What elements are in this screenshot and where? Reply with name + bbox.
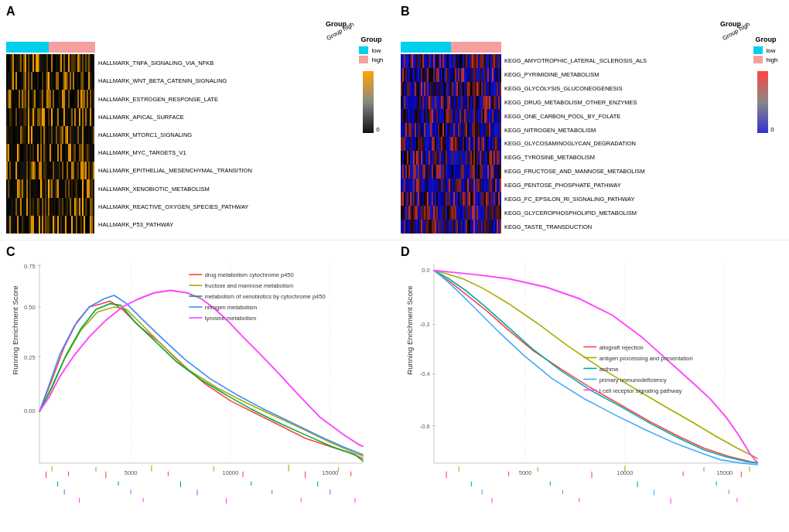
heatmap-row-label: KEGG_PENTOSE_PHOSPHATE_PATHWAY: [501, 179, 621, 193]
color-bar-high-b: [451, 42, 501, 53]
panel-b: B Group Group high KEGG_AMYOTROPHIC_LATE…: [394, 0, 789, 240]
gsea-svg-c: Running Enrichment Score 0.75 0.50 0.25 …: [6, 247, 388, 513]
heatmap-rows-b: KEGG_AMYOTROPHIC_LATERAL_SCLEROSIS_ALSKE…: [401, 54, 743, 234]
svg-text:5000: 5000: [125, 469, 138, 476]
heatmap-row-label: KEGG_TYROSINE_METABOLISM: [501, 151, 595, 165]
heatmap-row: KEGG_GLYCOLYSIS_GLUCONEOGENESIS: [401, 82, 743, 96]
heatmap-strips: [6, 144, 95, 162]
svg-text:0.0: 0.0: [422, 267, 429, 274]
svg-text:0.25: 0.25: [24, 354, 36, 361]
svg-text:Running Enrichment Score: Running Enrichment Score: [405, 285, 414, 374]
svg-text:0.50: 0.50: [24, 304, 36, 311]
heatmap-row-label: HALLMARK_ESTROGEN_RESPONSE_LATE: [95, 90, 218, 107]
heatmap-strip: [93, 72, 94, 90]
color-bar-b: [401, 42, 501, 53]
heatmap-strip: [93, 108, 94, 126]
low-swatch-b: [753, 46, 763, 54]
high-swatch-a: [359, 56, 368, 63]
heatmap-row: KEGG_AMYOTROPHIC_LATERAL_SCLEROSIS_ALS: [401, 54, 743, 68]
heatmap-strips: [6, 198, 95, 216]
heatmap-strips: [401, 82, 501, 96]
heatmap-row: KEGG_TASTE_TRANSDUCTION: [401, 220, 743, 234]
heatmap-strip: [93, 144, 94, 162]
heatmap-strips: [6, 90, 95, 107]
heatmap-row-label: HALLMARK_APICAL_SURFACE: [95, 108, 184, 126]
heatmap-row-label: HALLMARK_TNFA_SIGNALING_VIA_NFKB: [95, 54, 213, 72]
svg-text:-0.2: -0.2: [420, 321, 430, 328]
heatmap-row: KEGG_PYRIMIDINE_METABOLISM: [401, 68, 743, 82]
group-item-high-b: high: [753, 56, 777, 63]
heatmap-row: HALLMARK_TNFA_SIGNALING_VIA_NFKB: [6, 54, 348, 72]
heatmap-row: KEGG_FC_EPSILON_RI_SIGNALING_PATHWAY: [401, 192, 743, 206]
heatmap-strip: [93, 198, 94, 216]
heatmap-strips: [401, 179, 501, 193]
heatmap-strips: [401, 68, 501, 82]
heatmap-row: HALLMARK_MTORC1_SIGNALING: [6, 126, 348, 144]
svg-text:tyrosine metabolism: tyrosine metabolism: [205, 315, 257, 322]
color-bar-low-a: [6, 42, 49, 53]
high-label-b: high: [766, 56, 777, 63]
heatmap-strips: [6, 108, 95, 126]
heatmap-row-label: KEGG_AMYOTROPHIC_LATERAL_SCLEROSIS_ALS: [501, 54, 647, 68]
heatmap-strips: [401, 192, 501, 206]
heatmap-strips: [401, 220, 501, 234]
heatmap-rows-a: HALLMARK_TNFA_SIGNALING_VIA_NFKBHALLMARK…: [6, 54, 348, 234]
color-bar-high-a: [49, 42, 95, 53]
heatmap-row: KEGG_FRUCTOSE_AND_MANNOSE_METABOLISM: [401, 165, 743, 179]
svg-text:5000: 5000: [519, 469, 532, 476]
group-item-high-a: high: [359, 56, 383, 63]
heatmap-row: KEGG_PENTOSE_PHOSPHATE_PATHWAY: [401, 179, 743, 193]
heatmap-section-b: Group Group high KEGG_AMYOTROPHIC_LATERA…: [401, 20, 789, 234]
group-legend-b: low high: [753, 46, 777, 65]
heatmap-strips: [401, 165, 501, 179]
svg-text:asthma: asthma: [599, 366, 619, 373]
svg-text:nitrogen metabolism: nitrogen metabolism: [205, 304, 258, 311]
heatmap-row-label: KEGG_FRUCTOSE_AND_MANNOSE_METABOLISM: [501, 165, 645, 179]
svg-text:metabolism of xenobiotics by c: metabolism of xenobiotics by cytochrome …: [205, 293, 326, 300]
heatmap-section-a: Group Group high HALLMARK_TNFA_SIGNALING…: [6, 20, 394, 234]
scale-gradient-a: [363, 71, 374, 133]
heatmap-row-label: KEGG_DRUG_METABOLISM_OTHER_ENZYMES: [501, 96, 637, 110]
heatmap-row: HALLMARK_WNT_BETA_CATENIN_SIGNALING: [6, 72, 348, 90]
svg-text:15000: 15000: [322, 469, 338, 476]
panel-d: D Running Enrichment Score 0.0 -0.2 -0.4…: [394, 240, 789, 532]
svg-text:0.00: 0.00: [24, 408, 36, 414]
heatmap-row: HALLMARK_APICAL_SURFACE: [6, 108, 348, 126]
heatmap-row-label: KEGG_GLYCOLYSIS_GLUCONEOGENESIS: [501, 82, 623, 96]
heatmap-strip: [93, 54, 94, 72]
color-bar-a: [6, 42, 95, 53]
heatmap-strips: [6, 54, 95, 72]
heatmap-row-label: KEGG_FC_EPSILON_RI_SIGNALING_PATHWAY: [501, 192, 635, 206]
heatmap-row: HALLMARK_XENOBIOTIC_METABOLISM: [6, 179, 348, 197]
heatmap-row: HALLMARK_REACTIVE_OXYGEN_SPECIES_PATHWAY: [6, 198, 348, 216]
main-container: A Group Group high HALLMARK_TNFA_SIGNALI…: [0, 0, 789, 532]
heatmap-strips: [401, 137, 501, 151]
heatmap-strips: [6, 179, 95, 197]
panel-c: C Running Enrichment Score 0.75 0.50 0.2…: [0, 240, 394, 532]
heatmap-row-label: KEGG_ONE_CARBON_POOL_BY_FOLATE: [501, 109, 620, 123]
scale-zero-b: 0: [770, 126, 774, 133]
heatmap-strips: [401, 123, 501, 137]
scale-gradient-b: [757, 71, 768, 133]
heatmap-strips: [401, 206, 501, 220]
high-swatch-b: [753, 56, 763, 63]
scale-zero-a: 0: [376, 126, 379, 133]
color-scale-b: 0: [757, 71, 774, 133]
heatmap-row-label: HALLMARK_WNT_BETA_CATENIN_SIGNALING: [95, 72, 227, 90]
svg-text:10000: 10000: [223, 469, 239, 476]
heatmap-row: KEGG_GLYCEROPHOSPHOLIPID_METABOLISM: [401, 206, 743, 220]
heatmap-strips: [6, 162, 95, 179]
heatmap-strips: [6, 126, 95, 144]
heatmap-strips: [401, 151, 501, 165]
scale-labels-b: 0: [768, 71, 774, 133]
panel-b-label: B: [401, 5, 410, 19]
group-item-low-b: low: [753, 46, 777, 54]
heatmap-row: KEGG_GLYCOSAMINOGLYCAN_DEGRADATION: [401, 137, 743, 151]
heatmap-area-b: Group Group high KEGG_AMYOTROPHIC_LATERA…: [401, 20, 743, 234]
heatmap-row-label: HALLMARK_MYC_TARGETS_V1: [95, 144, 186, 162]
heatmap-row-label: KEGG_GLYCEROPHOSPHOLIPID_METABOLISM: [501, 206, 637, 220]
heatmap-strip: [93, 162, 94, 179]
heatmap-strips: [401, 54, 501, 68]
heatmap-row: HALLMARK_EPITHELIAL_MESENCHYMAL_TRANSITI…: [6, 162, 348, 179]
legend-a: Group low high 0: [348, 20, 394, 234]
